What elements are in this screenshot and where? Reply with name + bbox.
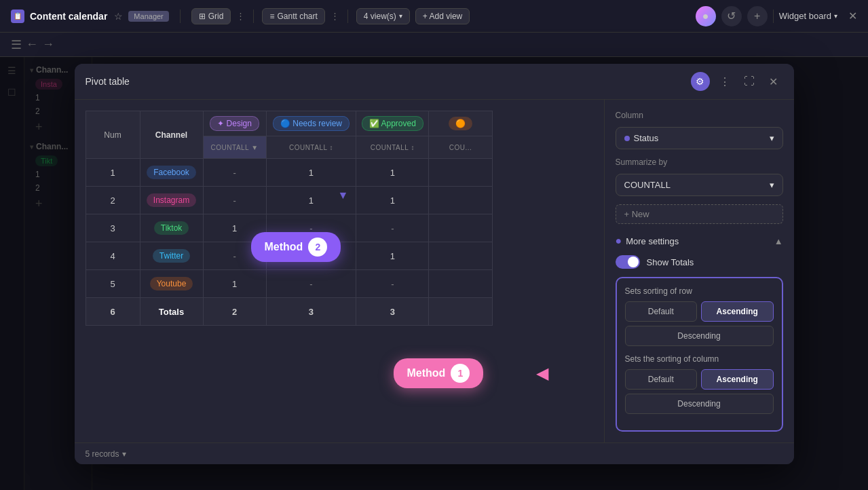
facebook-approved: 1: [356, 159, 429, 187]
row-sort-ascending-btn[interactable]: Ascending: [701, 301, 774, 322]
modal-overlay: Pivot table ⚙ ⋮ ⛶ ✕: [0, 57, 868, 490]
grid-label: Grid: [208, 12, 224, 21]
youtube-approved: -: [356, 270, 429, 298]
column-section-label: Column: [616, 111, 783, 120]
design-status-tag: ✦ Design: [210, 116, 259, 131]
view-count-btn[interactable]: 4 view(s) ▾: [356, 8, 410, 24]
twitter-tag: Twitter: [153, 249, 190, 263]
facebook-needs-review: 1: [266, 159, 356, 187]
channel-cell-instagram: Instagram: [140, 187, 203, 214]
refresh-icon[interactable]: ↺: [721, 6, 742, 26]
summarize-label: Summarize by: [616, 157, 783, 167]
chevron-down-sum: ▾: [770, 180, 774, 190]
method-1-number: 1: [451, 364, 470, 383]
method-2-badge: Method 2: [251, 232, 341, 262]
tiktok-tag: Tiktok: [154, 221, 189, 235]
widget-board-btn[interactable]: Widget board ▾: [779, 11, 837, 21]
show-totals-label: Show Totals: [647, 257, 694, 267]
youtube-other: [429, 270, 492, 298]
close-top-btn[interactable]: ✕: [848, 10, 857, 22]
summarize-dropdown[interactable]: COUNTALL ▾: [616, 174, 783, 196]
tiktok-approved: -: [356, 214, 429, 242]
divider3: [347, 10, 348, 23]
row-sort-default-btn[interactable]: Default: [625, 301, 698, 322]
table-row: 5 Youtube 1 - -: [86, 270, 492, 298]
row-sort-buttons: Default Ascending: [625, 301, 774, 322]
add-view-label: + Add view: [423, 12, 462, 21]
totals-approved: 3: [356, 298, 429, 326]
instagram-design: -: [203, 187, 266, 214]
youtube-design: 1: [203, 270, 266, 298]
youtube-needs-review: -: [266, 270, 356, 298]
totals-design: 2: [203, 298, 266, 326]
num-col-header: Num: [86, 111, 140, 159]
add-view-btn[interactable]: + Add view: [415, 8, 470, 24]
column-dropdown[interactable]: Status ▾: [616, 127, 783, 149]
needs-review-count-header[interactable]: COUNTALL ↕: [266, 136, 356, 159]
gantt-more-icon[interactable]: ⋮: [331, 11, 339, 21]
settings-icon[interactable]: ⚙: [691, 72, 710, 91]
facebook-design: -: [203, 159, 266, 187]
tiktok-other: [429, 214, 492, 242]
pivot-table: Num Channel ✦ Design: [86, 111, 493, 326]
more-settings-collapse[interactable]: ▲: [774, 236, 783, 246]
divider2: [253, 10, 254, 23]
num-cell-1: 1: [86, 159, 140, 187]
num-cell-5: 5: [86, 270, 140, 298]
design-col-header: ✦ Design: [203, 111, 266, 136]
modal-header: Pivot table ⚙ ⋮ ⛶ ✕: [75, 64, 794, 100]
other-status-tag: 🟠: [449, 117, 472, 130]
approved-count-header[interactable]: COUNTALL ↕: [356, 136, 429, 159]
divider: [180, 10, 181, 23]
modal-footer: 5 records ▾: [75, 442, 794, 464]
col-sort-section: Sets the sorting of column Default Ascen…: [625, 354, 774, 414]
grid-more-icon[interactable]: ⋮: [236, 11, 245, 21]
twitter-other: [429, 242, 492, 270]
plus-icon[interactable]: +: [747, 6, 768, 26]
sort-box: Sets sorting of row Default Ascending De…: [616, 277, 783, 432]
facebook-other: [429, 159, 492, 187]
table-row: 2 Instagram - 1 1: [86, 187, 492, 214]
channel-cell-twitter: Twitter: [140, 242, 203, 270]
needs-review-col-header: 🔵 Needs review: [266, 111, 356, 136]
back-icon[interactable]: ←: [26, 37, 38, 52]
forward-icon[interactable]: →: [42, 37, 54, 52]
col-sort-buttons: Default Ascending: [625, 369, 774, 390]
role-badge: Manager: [128, 11, 168, 22]
arrow-annotation: ◀: [536, 364, 548, 383]
method-2-label: Method: [265, 241, 303, 253]
method-1-label: Method: [407, 367, 446, 379]
chevron-down-icon: ▾: [399, 12, 402, 20]
new-button[interactable]: + New: [616, 204, 783, 224]
nav-controls: ☰ ← →: [11, 37, 54, 52]
totals-needs-review: 3: [266, 298, 356, 326]
star-icon[interactable]: ☆: [114, 11, 123, 22]
expand-icon[interactable]: ⛶: [740, 72, 759, 91]
num-cell-2: 2: [86, 187, 140, 214]
close-modal-icon[interactable]: ✕: [764, 72, 783, 91]
other-count-header[interactable]: COU...: [429, 136, 492, 159]
records-label-text: 5 records: [86, 449, 119, 459]
gantt-label: Gantt chart: [277, 12, 317, 21]
row-sort-descending-btn[interactable]: Descending: [625, 326, 774, 346]
gantt-icon: ≡: [269, 12, 274, 21]
modal-header-actions: ⚙ ⋮ ⛶ ✕: [691, 72, 783, 91]
col-sort-default-btn[interactable]: Default: [625, 369, 698, 390]
more-options-icon[interactable]: ⋮: [715, 72, 734, 91]
hamburger-icon[interactable]: ☰: [11, 37, 22, 52]
color-wheel-icon: ●: [696, 6, 716, 26]
other-col-header: 🟠: [429, 111, 492, 136]
summarize-value: COUNTALL: [624, 180, 671, 190]
show-totals-toggle[interactable]: [616, 255, 640, 269]
col-sort-ascending-btn[interactable]: Ascending: [701, 369, 774, 390]
right-panel: Column Status ▾ Summarize by COUNTALL ▾: [604, 100, 794, 442]
pivot-table-modal: Pivot table ⚙ ⋮ ⛶ ✕: [75, 64, 794, 464]
num-cell-3: 3: [86, 214, 140, 242]
col-sort-descending-btn[interactable]: Descending: [625, 394, 774, 414]
gantt-view-btn[interactable]: ≡ Gantt chart: [262, 8, 324, 24]
modal-title: Pivot table: [86, 76, 130, 87]
chevron-down-records[interactable]: ▾: [122, 449, 126, 459]
grid-view-btn[interactable]: ⊞ Grid: [191, 8, 231, 24]
design-count-header[interactable]: COUNTALL ▼: [203, 136, 266, 159]
sort-indicator: ▼: [251, 144, 258, 151]
